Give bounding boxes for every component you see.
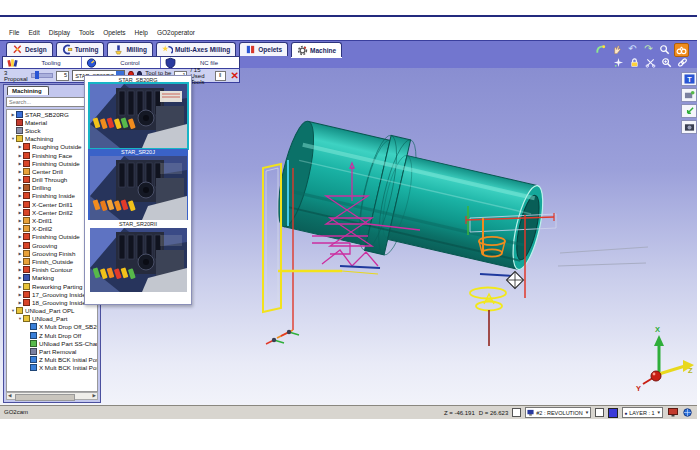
multiaxes-icon bbox=[162, 44, 173, 55]
tab-machining[interactable]: Machining bbox=[7, 86, 49, 95]
thumbnail-label: STAR_SB20RG bbox=[88, 77, 188, 84]
link-icon[interactable] bbox=[676, 56, 689, 68]
tree-item[interactable]: ▼UNload_Part OPL bbox=[7, 307, 97, 315]
tree-item-label: Drilling bbox=[32, 184, 51, 191]
operation-icon bbox=[23, 168, 30, 175]
sparkle-icon[interactable] bbox=[612, 56, 625, 68]
tab-milling[interactable]: Milling bbox=[107, 42, 153, 56]
scrollbar-thumb[interactable] bbox=[15, 394, 75, 401]
binoculars-icon[interactable] bbox=[674, 43, 689, 57]
zoom-plus-icon[interactable] bbox=[660, 56, 673, 68]
layer-dot-icon: ● bbox=[624, 410, 627, 416]
part-solid[interactable] bbox=[270, 114, 552, 288]
color-checkbox[interactable] bbox=[595, 408, 604, 417]
operation-icon bbox=[23, 201, 30, 208]
scroll-left-icon[interactable]: ◀ bbox=[8, 393, 11, 399]
tree-item[interactable]: Z Mult BCK Initial Pos bbox=[7, 356, 97, 364]
probe-icon[interactable] bbox=[681, 88, 697, 102]
hand-icon[interactable] bbox=[610, 43, 623, 55]
orient-icon[interactable] bbox=[681, 104, 697, 118]
text-tool-icon[interactable]: T bbox=[681, 72, 697, 86]
menu-item-go2operator[interactable]: GO2operator bbox=[157, 29, 195, 36]
machine-thumbnail[interactable]: STAR_SR20RII bbox=[88, 221, 188, 292]
machine-photo bbox=[90, 228, 187, 292]
tab-label: Design bbox=[25, 46, 47, 53]
proposal-count-field[interactable]: 5 bbox=[56, 71, 69, 81]
turning-icon bbox=[62, 44, 73, 55]
menu-item-edit[interactable]: Edit bbox=[28, 29, 39, 36]
monitor-icon[interactable] bbox=[667, 408, 678, 418]
machine-axis-marker bbox=[266, 330, 299, 344]
close-icon[interactable]: ✕ bbox=[231, 70, 239, 81]
machine-photo bbox=[90, 84, 187, 148]
view-checkbox[interactable] bbox=[512, 408, 521, 417]
capture-icon[interactable] bbox=[681, 120, 697, 134]
svg-text:T: T bbox=[687, 75, 692, 84]
operation-icon bbox=[30, 364, 37, 371]
ribbon-tabs: DesignTurningMillingMulti-Axes MillingOp… bbox=[6, 42, 342, 56]
tab-label: Turning bbox=[75, 46, 99, 53]
scissors-icon[interactable] bbox=[644, 56, 657, 68]
tree-item-label: Finish Contour bbox=[32, 266, 72, 273]
operation-icon bbox=[23, 299, 30, 306]
search-input[interactable] bbox=[7, 99, 89, 105]
tab-opelets[interactable]: Opelets bbox=[239, 42, 288, 56]
menu-item-opelets[interactable]: Opelets bbox=[103, 29, 125, 36]
milling-icon bbox=[113, 44, 124, 55]
undo-icon[interactable]: ↶ bbox=[626, 43, 639, 55]
horizontal-scrollbar[interactable]: ◀ ▶ bbox=[6, 392, 98, 400]
menu-item-tools[interactable]: Tools bbox=[79, 29, 94, 36]
tree-item-label: Finish_Outside bbox=[32, 258, 73, 265]
tree-item-label: X Mult Drop Off_SB20 bbox=[39, 323, 97, 330]
lock-icon[interactable] bbox=[628, 56, 641, 68]
machine-thumbnail[interactable]: STAR_SB20RG bbox=[88, 77, 188, 148]
opelets-icon bbox=[245, 44, 256, 55]
proposal-slider-thumb[interactable] bbox=[35, 71, 39, 79]
tree-item-label: Roughing Outside bbox=[32, 143, 82, 150]
menu-item-help[interactable]: Help bbox=[135, 29, 148, 36]
tree-item-label: UNload_Part OPL bbox=[25, 307, 75, 314]
color-swatch[interactable] bbox=[608, 408, 618, 418]
tree-item[interactable]: ▼UNload_Part bbox=[7, 315, 97, 323]
operation-icon bbox=[23, 160, 30, 167]
pause-icon[interactable]: ‖ bbox=[215, 71, 226, 81]
redo-icon[interactable]: ↷ bbox=[642, 43, 655, 55]
menu-item-file[interactable]: File bbox=[9, 29, 19, 36]
operation-icon bbox=[23, 192, 30, 199]
chevron-down-icon[interactable]: ▼ bbox=[585, 410, 589, 415]
layer-combo[interactable]: ● LAYER : 1 ▼ bbox=[622, 407, 663, 418]
operation-icon bbox=[23, 233, 30, 240]
operation-icon bbox=[16, 127, 23, 134]
machine-thumbnail[interactable]: STAR_SR20J bbox=[88, 149, 188, 220]
subtab-label: Control bbox=[100, 60, 160, 66]
layer-combo-value: LAYER : 1 bbox=[629, 410, 654, 416]
tree-item[interactable]: X Mult BCK Initial Pos bbox=[7, 364, 97, 372]
tree-item[interactable]: X Mult Drop Off_SB20 bbox=[7, 323, 97, 331]
tab-turning[interactable]: Turning bbox=[56, 42, 105, 56]
tree-item-label: Stock bbox=[25, 127, 40, 134]
tree-item[interactable]: Z Mult Drop Off bbox=[7, 331, 97, 339]
menu-item-display[interactable]: Display bbox=[49, 29, 70, 36]
tree-item[interactable]: Part Removal bbox=[7, 347, 97, 355]
view-combo[interactable]: #2 : REVOLUTION ▼ bbox=[525, 407, 591, 418]
scroll-right-icon[interactable]: ▶ bbox=[93, 393, 96, 399]
proposal-slider[interactable] bbox=[31, 73, 53, 78]
status-bar: GO2cam Z = -46.191 D = 26.623 #2 : REVOL… bbox=[0, 405, 697, 419]
view-combo-value: #2 : REVOLUTION bbox=[536, 410, 582, 416]
tab-label: Multi-Axes Milling bbox=[175, 46, 230, 53]
zoom-icon[interactable] bbox=[658, 43, 671, 55]
globe-icon[interactable] bbox=[682, 408, 693, 418]
tab-multiaxes[interactable]: Multi-Axes Milling bbox=[156, 42, 236, 56]
proposal-label: 3 Proposal bbox=[4, 70, 28, 82]
tree-item-label: Drill Through bbox=[32, 176, 67, 183]
chevron-down-icon[interactable]: ▼ bbox=[657, 410, 661, 415]
phone-icon[interactable] bbox=[594, 43, 607, 55]
operation-icon bbox=[23, 152, 30, 159]
operation-icon bbox=[23, 143, 30, 150]
subtab-label: Tooling bbox=[21, 60, 81, 66]
tree-item-label: Center Drill bbox=[32, 168, 63, 175]
operation-icon bbox=[16, 135, 23, 142]
tab-design[interactable]: Design bbox=[6, 42, 53, 56]
tree-item[interactable]: UNload Part SS-Chann bbox=[7, 339, 97, 347]
tab-machine[interactable]: Machine bbox=[291, 42, 342, 57]
